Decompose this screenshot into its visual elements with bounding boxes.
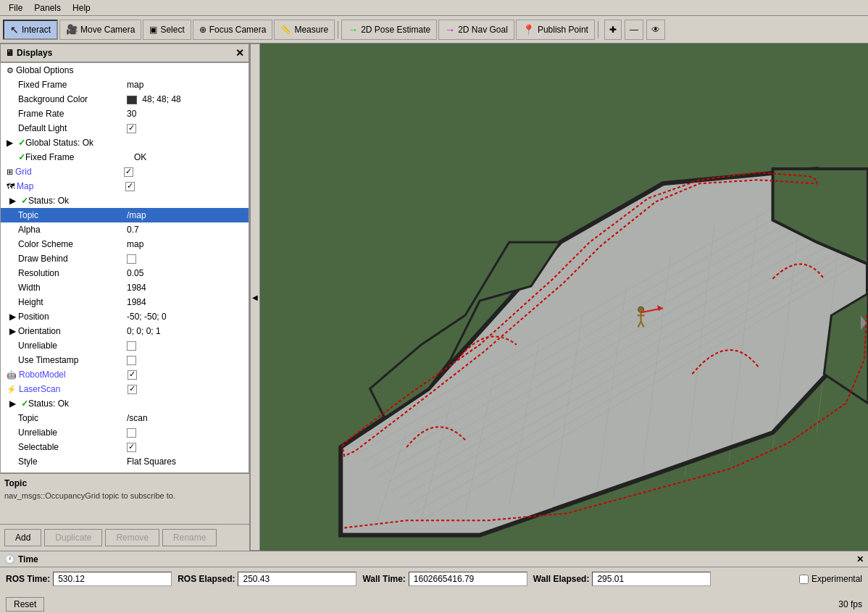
interact-button[interactable]: ↖ Interact xyxy=(3,20,58,40)
global-options-item[interactable]: ⚙ Global Options xyxy=(1,63,249,78)
global-status-item[interactable]: ▶ ✓ Global Status: Ok xyxy=(1,135,249,150)
interact-label: Interact xyxy=(22,25,51,35)
wall-time-field: Wall Time: xyxy=(362,572,527,586)
laser-scan-item[interactable]: ⚡ LaserScan xyxy=(1,382,249,396)
wall-elapsed-input[interactable] xyxy=(592,572,711,586)
default-light-item[interactable]: Default Light xyxy=(1,121,249,135)
add-icon-button[interactable]: ✚ xyxy=(604,20,622,40)
laser-selectable-item[interactable]: Selectable xyxy=(1,440,249,454)
orientation-item[interactable]: ▶ Orientation 0; 0; 0; 1 xyxy=(1,324,249,338)
left-panel: 🖥 Displays ✕ ⚙ Global Options Fixed Fram… xyxy=(0,43,250,551)
use-timestamp-label: Use Timestamp xyxy=(18,355,127,365)
robot-model-checkbox[interactable] xyxy=(128,370,137,380)
publish-point-button[interactable]: 📍 Publish Point xyxy=(516,20,595,40)
position-expand-icon: ▶ xyxy=(9,312,18,322)
eye-icon-button[interactable]: 👁 xyxy=(646,20,665,40)
move-camera-button[interactable]: 🎥 Move Camera xyxy=(59,20,141,40)
time-close-icon[interactable]: ✕ xyxy=(856,554,864,564)
wall-elapsed-label: Wall Elapsed: xyxy=(533,574,590,584)
nav-goal-button[interactable]: → 2D Nav Goal xyxy=(438,20,514,40)
focus-camera-button[interactable]: ⊕ Focus Camera xyxy=(193,20,273,40)
add-button[interactable]: Add xyxy=(4,529,41,546)
ros-time-label: ROS Time: xyxy=(6,574,50,584)
grid-item[interactable]: ⊞ Grid xyxy=(1,164,249,179)
use-timestamp-item[interactable]: Use Timestamp xyxy=(1,353,249,367)
resolution-item[interactable]: Resolution 0.05 xyxy=(1,266,249,280)
width-item[interactable]: Width 1984 xyxy=(1,280,249,295)
height-item[interactable]: Height 1984 xyxy=(1,295,249,309)
pose-estimate-button[interactable]: → 2D Pose Estimate xyxy=(341,20,437,40)
draw-behind-checkbox[interactable] xyxy=(127,254,136,264)
laser-scan-checkbox-cell xyxy=(128,384,246,394)
minus-icon-button[interactable]: — xyxy=(625,20,643,40)
publish-point-label: Publish Point xyxy=(538,25,588,35)
reset-button[interactable]: Reset xyxy=(6,597,44,612)
draw-behind-item[interactable]: Draw Behind xyxy=(1,251,249,266)
tooltip-text: nav_msgs::OccupancyGrid topic to subscri… xyxy=(4,491,245,500)
collapse-arrow[interactable]: ◀ xyxy=(250,43,260,551)
laser-selectable-checkbox[interactable] xyxy=(127,443,136,452)
select-button[interactable]: ▣ Select xyxy=(143,20,191,40)
laser-status-item[interactable]: ▶ ✓ Status: Ok xyxy=(1,396,249,411)
position-value: -50; -50; 0 xyxy=(127,312,246,322)
menu-file[interactable]: File xyxy=(3,1,28,14)
laser-style-item[interactable]: Style Flat Squares xyxy=(1,454,249,469)
color-scheme-item[interactable]: Color Scheme map xyxy=(1,237,249,251)
width-value: 1984 xyxy=(127,283,246,293)
laser-scan-checkbox[interactable] xyxy=(128,385,137,394)
background-color-item[interactable]: Background Color 48; 48; 48 xyxy=(1,92,249,107)
ros-time-input[interactable] xyxy=(53,572,172,586)
rename-button[interactable]: Rename xyxy=(162,529,217,546)
default-light-checkbox[interactable] xyxy=(127,124,136,133)
move-camera-label: Move Camera xyxy=(80,25,135,35)
draw-behind-value xyxy=(127,254,246,264)
unreliable-item[interactable]: Unreliable xyxy=(1,338,249,353)
alpha-value: 0.7 xyxy=(127,225,246,235)
topic-item[interactable]: Topic /map xyxy=(1,208,249,222)
laser-size-item[interactable]: Size (m) 0.05 xyxy=(1,469,249,473)
toolbar-separator-2 xyxy=(598,21,598,38)
map-svg xyxy=(260,43,868,551)
displays-content[interactable]: ⚙ Global Options Fixed Frame map Backgro… xyxy=(0,62,249,473)
robot-model-checkbox-cell xyxy=(128,370,246,380)
3d-view[interactable] xyxy=(260,43,868,551)
time-title: Time xyxy=(18,554,38,564)
laser-topic-item[interactable]: Topic /scan xyxy=(1,411,249,425)
experimental-checkbox[interactable] xyxy=(799,575,809,584)
focus-camera-label: Focus Camera xyxy=(209,25,267,35)
map-status-item[interactable]: ▶ ✓ Status: Ok xyxy=(1,193,249,208)
robot-model-item[interactable]: 🤖 RobotModel xyxy=(1,367,249,382)
laser-unreliable-checkbox[interactable] xyxy=(127,428,136,438)
laser-unreliable-value xyxy=(127,428,246,438)
grid-checkbox[interactable] xyxy=(124,167,133,177)
laser-unreliable-item[interactable]: Unreliable xyxy=(1,425,249,440)
alpha-item[interactable]: Alpha 0.7 xyxy=(1,222,249,237)
toolbar-separator-1 xyxy=(338,21,338,38)
duplicate-button[interactable]: Duplicate xyxy=(44,529,102,546)
map-checkbox[interactable] xyxy=(125,182,135,191)
unreliable-checkbox[interactable] xyxy=(127,341,136,351)
fixed-frame-item[interactable]: Fixed Frame map xyxy=(1,78,249,92)
gear-icon: ⚙ xyxy=(7,66,14,75)
measure-button[interactable]: 📏 Measure xyxy=(274,20,335,40)
remove-button[interactable]: Remove xyxy=(105,529,159,546)
ros-elapsed-input[interactable] xyxy=(238,572,356,586)
fixed-frame-status-item[interactable]: ✓ Fixed Frame OK xyxy=(1,150,249,164)
frame-rate-item[interactable]: Frame Rate 30 xyxy=(1,107,249,121)
fixed-frame-label: Fixed Frame xyxy=(18,80,127,90)
menu-help[interactable]: Help xyxy=(67,1,96,14)
map-label: Map xyxy=(17,181,125,191)
fixed-frame-status-label: Fixed Frame xyxy=(25,152,134,162)
use-timestamp-checkbox[interactable] xyxy=(127,356,136,365)
select-icon: ▣ xyxy=(149,25,157,35)
ros-elapsed-label: ROS Elapsed: xyxy=(178,574,235,584)
map-item[interactable]: 🗺 Map xyxy=(1,179,249,193)
position-item[interactable]: ▶ Position -50; -50; 0 xyxy=(1,309,249,324)
close-icon[interactable]: ✕ xyxy=(235,47,244,59)
topic-label: Topic xyxy=(18,210,127,220)
status-bar: Reset 30 fps xyxy=(0,596,868,613)
menu-panels[interactable]: Panels xyxy=(28,1,67,14)
wall-time-input[interactable] xyxy=(409,572,527,586)
background-color-value: 48; 48; 48 xyxy=(127,94,246,104)
pose-estimate-icon: → xyxy=(348,24,358,36)
